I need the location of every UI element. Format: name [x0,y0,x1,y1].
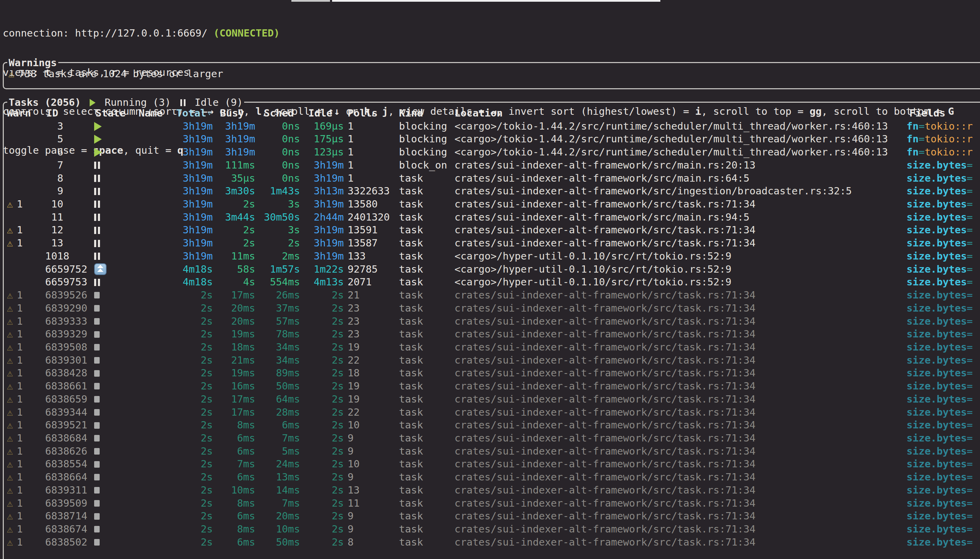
sched-duration: 26ms [276,289,300,302]
idle-cell: 2s [303,458,344,471]
task-row[interactable]: 93h19m3m30s1m43s3h13m3322633taskcrates/s… [0,185,980,198]
location-cell: crates/sui-indexer-alt-framework/src/tas… [455,458,755,471]
idle-cell: 2s [303,406,344,419]
task-id-cell: 3 [45,120,63,133]
state-idle-icon [94,175,100,182]
task-row[interactable]: ⚠168386612s16ms50ms2s19taskcrates/sui-in… [0,380,980,393]
fields-cell: size.bytes= [907,289,973,302]
task-row[interactable]: ⚠168386592s17ms64ms2s19taskcrates/sui-in… [0,393,980,406]
task-row[interactable]: ⚠168386642s6ms13ms2s9taskcrates/sui-inde… [0,471,980,484]
busy-duration: 3h19m [225,146,255,159]
warning-triangle-icon: ⚠ [7,315,13,328]
busy-cell: 6ms [215,536,255,549]
column-header-warn[interactable]: Warn [7,107,31,120]
task-row[interactable]: ⚠168385022s6ms50ms2s8taskcrates/sui-inde… [0,536,980,549]
task-row[interactable]: ⚠168393112s10ms14ms2s13taskcrates/sui-in… [0,484,980,497]
task-row[interactable]: 63h19m3h19m0ns123µs1blocking<cargo>/toki… [0,146,980,159]
task-row[interactable]: ⚠168395082s18ms34ms2s19taskcrates/sui-in… [0,341,980,354]
polls-cell: 9 [348,432,353,445]
field-key: size.bytes [907,172,967,185]
task-id-cell: 6839526 [45,289,87,302]
total-duration: 3h19m [183,224,213,237]
field-equals: = [919,120,924,133]
task-row[interactable]: ⚠168395262s17ms26ms2s21taskcrates/sui-in… [0,289,980,302]
column-header-idle[interactable]: Idle [308,107,333,120]
idle-duration: 2s [332,393,344,406]
location-cell: crates/sui-indexer-alt-framework/src/tas… [455,224,755,237]
busy-duration: 6ms [237,510,255,523]
location-cell: crates/sui-indexer-alt-framework/src/ing… [455,185,852,198]
column-header-busy[interactable]: Busy [220,107,244,120]
task-row[interactable]: ⚠1 133h19m2s2s3h19m13587taskcrates/sui-i… [0,237,980,250]
task-row[interactable]: ⚠1 103h19m2s3s3h19m13580taskcrates/sui-i… [0,198,980,211]
task-row[interactable]: 113h19m3m44s30m50s2h44m2401320taskcrates… [0,211,980,224]
task-id-cell: 6838684 [45,432,87,445]
state-cell [94,406,100,419]
state-cell [94,263,106,276]
task-row[interactable]: ⚠168384282s19ms89ms2s18taskcrates/sui-in… [0,367,980,380]
kind-cell: task [399,536,423,549]
warn-cell: ⚠1 [7,536,23,549]
total-cell: 2s [139,510,213,523]
task-row[interactable]: 73h19m111ms0ns3h19m1block_oncrates/sui-i… [0,159,980,172]
busy-duration: 3m30s [225,185,255,198]
task-row[interactable]: 66597524m18s58s1m57s1m22s92785task<cargo… [0,263,980,276]
warn-count: 1 [17,510,22,523]
state-running-icon [94,122,102,131]
task-row[interactable]: 66597534m18s4s554ms4m13s2071task<cargo>/… [0,276,980,289]
idle-duration: 2s [332,302,344,315]
task-row[interactable]: ⚠168393442s17ms28ms2s22taskcrates/sui-in… [0,406,980,419]
task-row[interactable]: 33h19m3h19m0ns169µs1blocking<cargo>/toki… [0,120,980,133]
field-equals: = [919,133,924,146]
column-header-state[interactable]: State [96,107,126,120]
column-header-total[interactable]: Total▿ [176,107,212,120]
warning-triangle-icon: ⚠ [7,419,13,432]
field-key: size.bytes [907,354,967,367]
task-row[interactable]: ⚠168386742s8ms10ms2s9taskcrates/sui-inde… [0,523,980,536]
task-row[interactable]: ⚠1 123h19m2s3s3h19m13591taskcrates/sui-i… [0,224,980,237]
task-row[interactable]: ⚠168393332s20ms57ms2s23taskcrates/sui-in… [0,315,980,328]
busy-duration: 58s [237,263,255,276]
task-row[interactable]: ⚠168393012s21ms34ms2s22taskcrates/sui-in… [0,354,980,367]
task-row[interactable]: ⚠168386262s6ms5ms2s9taskcrates/sui-index… [0,445,980,458]
column-header-fields[interactable]: Fields [909,107,945,120]
warn-cell: ⚠1 [7,198,23,211]
sched-duration: 34ms [276,354,300,367]
state-completed-icon [94,292,100,298]
task-row[interactable]: ⚠168392902s20ms37ms2s23taskcrates/sui-in… [0,302,980,315]
task-row[interactable]: ⚠168395212s8ms6ms2s10taskcrates/sui-inde… [0,419,980,432]
location-cell: crates/sui-indexer-alt-framework/src/tas… [455,419,755,432]
column-header-id[interactable]: ID [46,107,58,120]
column-header-kind[interactable]: Kind [399,107,423,120]
column-header-polls[interactable]: Polls [348,107,377,120]
total-cell: 3h19m [139,133,213,146]
task-id-cell: 5 [45,133,63,146]
sched-duration: 6ms [282,419,300,432]
field-equals: = [967,250,973,263]
column-header-location[interactable]: Location [455,107,503,120]
column-header-name[interactable]: Name [139,107,163,120]
busy-cell: 111ms [215,159,255,172]
field-key: size.bytes [907,315,967,328]
idle-duration: 3h19m [314,198,344,211]
task-row[interactable]: ⚠168386842s6ms7ms2s9taskcrates/sui-index… [0,432,980,445]
idle-duration: 3h19m [314,172,344,185]
field-equals: = [967,172,973,185]
state-cell [94,341,100,354]
task-row[interactable]: 83h19m35µs0ns3h19m1taskcrates/sui-indexe… [0,172,980,185]
task-row[interactable]: 10183h19m11ms2ms3h19m133task<cargo>/hype… [0,250,980,263]
busy-duration: 3h19m [225,133,255,146]
column-header-sched[interactable]: Sched [264,107,294,120]
task-row[interactable]: ⚠168393292s19ms78ms2s23taskcrates/sui-in… [0,328,980,341]
fields-cell: size.bytes= [907,263,973,276]
idle-cell: 3h19m [303,172,344,185]
task-row[interactable]: ⚠168395092s8ms7ms2s11taskcrates/sui-inde… [0,497,980,510]
sched-cell: 5ms [258,445,300,458]
task-row[interactable]: 53h19m3h19m0ns175µs1blocking<cargo>/toki… [0,133,980,146]
warn-count: 1 [17,523,22,536]
task-row[interactable]: ⚠168385542s7ms24ms2s10taskcrates/sui-ind… [0,458,980,471]
warn-count: 1 [17,224,22,237]
task-row[interactable]: ⚠168387142s6ms20ms2s9taskcrates/sui-inde… [0,510,980,523]
busy-cell: 58s [215,263,255,276]
location-cell: crates/sui-indexer-alt-framework/src/tas… [455,523,755,536]
